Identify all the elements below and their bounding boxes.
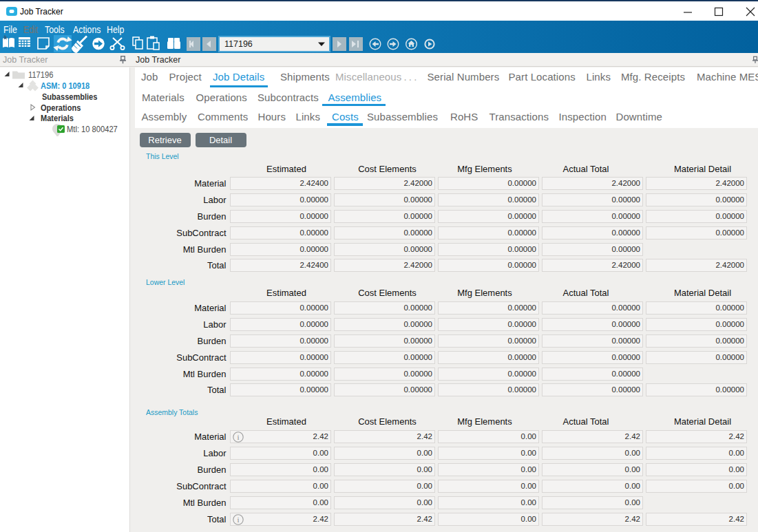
svg-text:i: i [237,433,239,441]
svg-text:i: i [237,515,239,524]
